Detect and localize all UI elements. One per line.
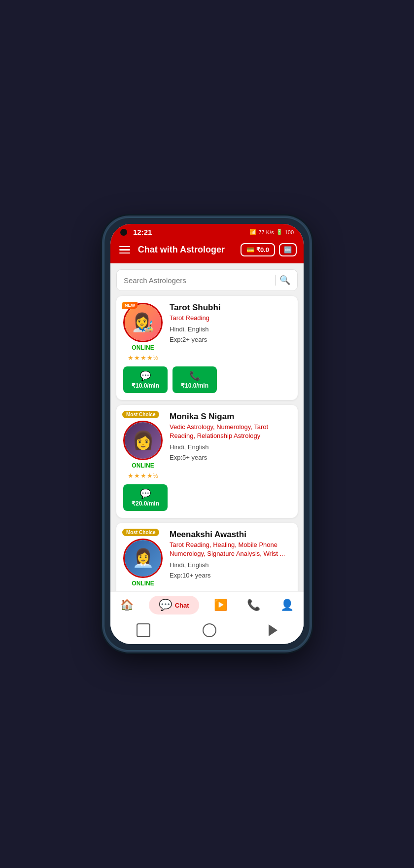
card-top: Most Choice 👩 ONLINE ★ ★ ★ ★ ½ — [123, 412, 291, 479]
star-rating: ★ ★ ★ ★ ½ — [128, 354, 159, 362]
chat-button[interactable]: 💬 ₹20.0/min — [123, 484, 168, 511]
camera-dot — [120, 229, 127, 236]
astrologer-name: Monika S Nigam — [170, 412, 291, 422]
star-4: ★ — [147, 472, 153, 479]
speed-indicator: 77 K/s — [258, 229, 274, 235]
astrologer-name: Tarot Shubhi — [170, 303, 291, 313]
home-circle-btn[interactable] — [203, 623, 216, 637]
home-icon: 🏠 — [120, 599, 134, 612]
nav-item-videos[interactable]: ▶️ — [209, 597, 232, 614]
experience: Exp:5+ years — [170, 453, 291, 463]
search-divider — [275, 275, 276, 286]
avatar-wrapper: 👩‍💼 — [123, 539, 163, 578]
search-icon[interactable]: 🔍 — [279, 275, 290, 286]
chat-icon: 💬 — [140, 488, 151, 499]
status-icons: 📶 77 K/s 🔋 100 — [249, 229, 294, 235]
experience: Exp:2+ years — [170, 335, 291, 345]
star-3: ★ — [140, 472, 146, 479]
call-button[interactable]: 📞 ₹10.0/min — [172, 366, 217, 393]
badge-most-choice: Most Choice — [122, 529, 159, 536]
card-info: Tarot Shubhi Tarot Reading Hindi, Englis… — [170, 303, 291, 362]
avatar-section: NEW 👩‍🎨 ONLINE ★ ★ ★ ★ ½ — [123, 303, 163, 362]
battery-icon: 🔋 — [276, 229, 283, 235]
star-rating: ★ ★ ★ ★ ½ — [128, 472, 159, 479]
avatar-container: NEW 👩‍🎨 — [123, 303, 163, 342]
bottom-nav: 🏠 💬 Chat ▶️ 📞 👤 — [110, 591, 304, 619]
star-half: ½ — [153, 472, 159, 479]
nav-item-profile[interactable]: 👤 — [276, 597, 299, 614]
star-4: ★ — [147, 354, 153, 362]
back-square-btn[interactable] — [137, 623, 150, 637]
wallet-icon: 💳 — [246, 246, 254, 253]
star-1: ★ — [128, 472, 134, 479]
call-price: ₹10.0/min — [181, 382, 208, 389]
search-input[interactable] — [124, 276, 271, 285]
card-info: Monika S Nigam Vedic Astrology, Numerolo… — [170, 412, 291, 479]
experience: Exp:10+ years — [170, 571, 291, 581]
status-bar: 12:21 📶 77 K/s 🔋 100 — [110, 224, 304, 239]
chat-nav-label: Chat — [175, 602, 189, 609]
wallet-amount: ₹0.0 — [256, 246, 269, 253]
chat-price: ₹10.0/min — [132, 382, 159, 389]
status-time: 12:21 — [133, 228, 152, 236]
call-nav-icon: 📞 — [247, 599, 260, 612]
astrologer-card: Most Choice 👩‍💼 ONLINE ★ ★ ★ ★ ½ — [116, 523, 298, 591]
avatar-wrapper: 👩 — [123, 421, 163, 460]
star-2: ★ — [134, 472, 140, 479]
avatar-section: Most Choice 👩‍💼 ONLINE ★ ★ ★ ★ ½ — [123, 530, 163, 591]
avatar-section: Most Choice 👩 ONLINE ★ ★ ★ ★ ½ — [123, 412, 163, 479]
astrologer-card: Most Choice 👩 ONLINE ★ ★ ★ ★ ½ — [116, 405, 298, 518]
chat-button[interactable]: 💬 ₹10.0/min — [123, 366, 168, 393]
avatar: 👩‍💼 — [125, 540, 161, 577]
phone-shell: 12:21 📶 77 K/s 🔋 100 Chat with Astrologe… — [104, 217, 310, 651]
action-buttons: 💬 ₹20.0/min — [123, 484, 291, 511]
lang-icon: 🔤 — [284, 246, 292, 253]
badge-new: NEW — [122, 302, 138, 309]
header-actions: 💳 ₹0.0 🔤 — [241, 243, 297, 256]
wifi-icon: 📶 — [249, 229, 256, 235]
videos-icon: ▶️ — [214, 599, 227, 612]
speciality: Vedic Astrology, Numerology, Tarot Readi… — [170, 423, 291, 440]
nav-item-call[interactable]: 📞 — [242, 597, 265, 614]
online-status: ONLINE — [132, 344, 154, 351]
avatar: 👩 — [125, 422, 161, 459]
astrologer-name: Meenakshi Awasthi — [170, 530, 291, 540]
system-nav — [110, 619, 304, 644]
card-top: NEW 👩‍🎨 ONLINE ★ ★ ★ ★ ½ — [123, 303, 291, 362]
header-title: Chat with Astrologer — [127, 245, 236, 255]
call-icon: 📞 — [189, 370, 200, 381]
card-info: Meenakshi Awasthi Tarot Reading, Healing… — [170, 530, 291, 591]
profile-icon: 👤 — [280, 599, 294, 612]
star-2: ★ — [134, 354, 140, 362]
avatar-container: Most Choice 👩‍💼 — [123, 530, 163, 578]
language-button[interactable]: 🔤 — [279, 243, 297, 256]
avatar-container: Most Choice 👩 — [123, 412, 163, 460]
speciality: Tarot Reading, Healing, Mobile Phone Num… — [170, 541, 291, 558]
languages: Hindi, English — [170, 325, 291, 335]
badge-most-choice: Most Choice — [122, 411, 159, 418]
app-header: Chat with Astrologer 💳 ₹0.0 🔤 — [110, 239, 304, 263]
languages: Hindi, English — [170, 560, 291, 571]
wallet-button[interactable]: 💳 ₹0.0 — [241, 243, 275, 256]
battery-level: 100 — [285, 229, 294, 235]
avatar-wrapper: 👩‍🎨 — [123, 303, 163, 342]
languages: Hindi, English — [170, 442, 291, 453]
online-status: ONLINE — [132, 462, 154, 469]
online-status: ONLINE — [132, 580, 154, 587]
back-triangle-btn[interactable] — [269, 624, 277, 636]
phone-screen: 12:21 📶 77 K/s 🔋 100 Chat with Astrologe… — [110, 224, 304, 644]
chat-nav-icon: 💬 — [159, 599, 172, 612]
star-3: ★ — [140, 354, 146, 362]
chat-icon: 💬 — [140, 370, 151, 381]
action-buttons: 💬 ₹10.0/min 📞 ₹10.0/min — [123, 366, 291, 393]
star-1: ★ — [128, 354, 134, 362]
astrologer-card: NEW 👩‍🎨 ONLINE ★ ★ ★ ★ ½ — [116, 296, 298, 400]
search-bar[interactable]: 🔍 — [116, 269, 298, 291]
nav-item-home[interactable]: 🏠 — [115, 597, 138, 614]
speciality: Tarot Reading — [170, 314, 291, 323]
content-area: 🔍 NEW 👩‍🎨 ONLINE ★ — [110, 263, 304, 591]
avatar: 👩‍🎨 — [125, 304, 161, 341]
card-top: Most Choice 👩‍💼 ONLINE ★ ★ ★ ★ ½ — [123, 530, 291, 591]
chat-price: ₹20.0/min — [132, 500, 159, 507]
nav-item-chat[interactable]: 💬 Chat — [149, 596, 199, 615]
